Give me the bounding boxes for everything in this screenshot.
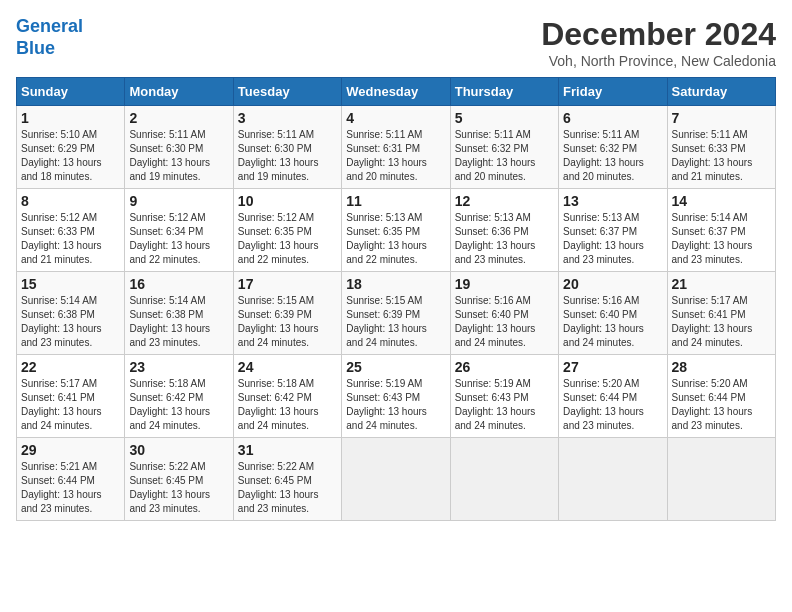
weekday-header-row: SundayMondayTuesdayWednesdayThursdayFrid…	[17, 78, 776, 106]
calendar-day-cell: 14Sunrise: 5:14 AMSunset: 6:37 PMDayligh…	[667, 189, 775, 272]
calendar-day-cell: 21Sunrise: 5:17 AMSunset: 6:41 PMDayligh…	[667, 272, 775, 355]
calendar-day-cell: 15Sunrise: 5:14 AMSunset: 6:38 PMDayligh…	[17, 272, 125, 355]
calendar-day-cell: 28Sunrise: 5:20 AMSunset: 6:44 PMDayligh…	[667, 355, 775, 438]
logo-text: General Blue	[16, 16, 83, 59]
day-info: Sunrise: 5:12 AMSunset: 6:35 PMDaylight:…	[238, 211, 337, 267]
day-number: 8	[21, 193, 120, 209]
day-number: 26	[455, 359, 554, 375]
day-info: Sunrise: 5:22 AMSunset: 6:45 PMDaylight:…	[129, 460, 228, 516]
calendar-day-cell: 5Sunrise: 5:11 AMSunset: 6:32 PMDaylight…	[450, 106, 558, 189]
day-number: 13	[563, 193, 662, 209]
weekday-header: Friday	[559, 78, 667, 106]
calendar-day-cell: 4Sunrise: 5:11 AMSunset: 6:31 PMDaylight…	[342, 106, 450, 189]
day-info: Sunrise: 5:22 AMSunset: 6:45 PMDaylight:…	[238, 460, 337, 516]
day-info: Sunrise: 5:11 AMSunset: 6:30 PMDaylight:…	[129, 128, 228, 184]
calendar-day-cell: 10Sunrise: 5:12 AMSunset: 6:35 PMDayligh…	[233, 189, 341, 272]
weekday-header: Thursday	[450, 78, 558, 106]
day-number: 21	[672, 276, 771, 292]
calendar-day-cell: 9Sunrise: 5:12 AMSunset: 6:34 PMDaylight…	[125, 189, 233, 272]
calendar-week-row: 15Sunrise: 5:14 AMSunset: 6:38 PMDayligh…	[17, 272, 776, 355]
calendar-day-cell: 13Sunrise: 5:13 AMSunset: 6:37 PMDayligh…	[559, 189, 667, 272]
calendar-day-cell	[559, 438, 667, 521]
day-info: Sunrise: 5:10 AMSunset: 6:29 PMDaylight:…	[21, 128, 120, 184]
day-info: Sunrise: 5:13 AMSunset: 6:36 PMDaylight:…	[455, 211, 554, 267]
day-number: 9	[129, 193, 228, 209]
day-info: Sunrise: 5:12 AMSunset: 6:34 PMDaylight:…	[129, 211, 228, 267]
day-number: 31	[238, 442, 337, 458]
calendar-day-cell	[667, 438, 775, 521]
calendar-day-cell: 11Sunrise: 5:13 AMSunset: 6:35 PMDayligh…	[342, 189, 450, 272]
calendar-day-cell: 7Sunrise: 5:11 AMSunset: 6:33 PMDaylight…	[667, 106, 775, 189]
calendar-day-cell: 16Sunrise: 5:14 AMSunset: 6:38 PMDayligh…	[125, 272, 233, 355]
calendar-day-cell: 1Sunrise: 5:10 AMSunset: 6:29 PMDaylight…	[17, 106, 125, 189]
calendar-day-cell: 22Sunrise: 5:17 AMSunset: 6:41 PMDayligh…	[17, 355, 125, 438]
day-number: 3	[238, 110, 337, 126]
logo-line2: Blue	[16, 38, 55, 58]
day-info: Sunrise: 5:17 AMSunset: 6:41 PMDaylight:…	[672, 294, 771, 350]
day-number: 14	[672, 193, 771, 209]
calendar-day-cell: 25Sunrise: 5:19 AMSunset: 6:43 PMDayligh…	[342, 355, 450, 438]
day-info: Sunrise: 5:15 AMSunset: 6:39 PMDaylight:…	[238, 294, 337, 350]
calendar-table: SundayMondayTuesdayWednesdayThursdayFrid…	[16, 77, 776, 521]
day-info: Sunrise: 5:11 AMSunset: 6:31 PMDaylight:…	[346, 128, 445, 184]
calendar-day-cell: 3Sunrise: 5:11 AMSunset: 6:30 PMDaylight…	[233, 106, 341, 189]
calendar-day-cell: 17Sunrise: 5:15 AMSunset: 6:39 PMDayligh…	[233, 272, 341, 355]
day-info: Sunrise: 5:21 AMSunset: 6:44 PMDaylight:…	[21, 460, 120, 516]
day-number: 6	[563, 110, 662, 126]
calendar-week-row: 8Sunrise: 5:12 AMSunset: 6:33 PMDaylight…	[17, 189, 776, 272]
day-number: 20	[563, 276, 662, 292]
calendar-day-cell: 18Sunrise: 5:15 AMSunset: 6:39 PMDayligh…	[342, 272, 450, 355]
day-info: Sunrise: 5:17 AMSunset: 6:41 PMDaylight:…	[21, 377, 120, 433]
calendar-day-cell: 20Sunrise: 5:16 AMSunset: 6:40 PMDayligh…	[559, 272, 667, 355]
logo-line1: General	[16, 16, 83, 36]
day-number: 11	[346, 193, 445, 209]
calendar-day-cell: 29Sunrise: 5:21 AMSunset: 6:44 PMDayligh…	[17, 438, 125, 521]
day-number: 7	[672, 110, 771, 126]
month-title: December 2024	[541, 16, 776, 53]
day-number: 22	[21, 359, 120, 375]
day-info: Sunrise: 5:11 AMSunset: 6:32 PMDaylight:…	[455, 128, 554, 184]
day-info: Sunrise: 5:14 AMSunset: 6:38 PMDaylight:…	[21, 294, 120, 350]
calendar-week-row: 1Sunrise: 5:10 AMSunset: 6:29 PMDaylight…	[17, 106, 776, 189]
day-info: Sunrise: 5:13 AMSunset: 6:35 PMDaylight:…	[346, 211, 445, 267]
day-number: 19	[455, 276, 554, 292]
day-info: Sunrise: 5:11 AMSunset: 6:30 PMDaylight:…	[238, 128, 337, 184]
day-number: 25	[346, 359, 445, 375]
day-number: 12	[455, 193, 554, 209]
day-info: Sunrise: 5:12 AMSunset: 6:33 PMDaylight:…	[21, 211, 120, 267]
calendar-day-cell	[342, 438, 450, 521]
calendar-day-cell: 31Sunrise: 5:22 AMSunset: 6:45 PMDayligh…	[233, 438, 341, 521]
calendar-day-cell: 23Sunrise: 5:18 AMSunset: 6:42 PMDayligh…	[125, 355, 233, 438]
day-info: Sunrise: 5:15 AMSunset: 6:39 PMDaylight:…	[346, 294, 445, 350]
day-info: Sunrise: 5:18 AMSunset: 6:42 PMDaylight:…	[238, 377, 337, 433]
day-info: Sunrise: 5:16 AMSunset: 6:40 PMDaylight:…	[455, 294, 554, 350]
day-number: 30	[129, 442, 228, 458]
calendar-day-cell	[450, 438, 558, 521]
day-info: Sunrise: 5:19 AMSunset: 6:43 PMDaylight:…	[346, 377, 445, 433]
day-info: Sunrise: 5:13 AMSunset: 6:37 PMDaylight:…	[563, 211, 662, 267]
day-number: 10	[238, 193, 337, 209]
logo: General Blue	[16, 16, 83, 59]
day-number: 24	[238, 359, 337, 375]
day-info: Sunrise: 5:18 AMSunset: 6:42 PMDaylight:…	[129, 377, 228, 433]
day-info: Sunrise: 5:14 AMSunset: 6:38 PMDaylight:…	[129, 294, 228, 350]
day-info: Sunrise: 5:11 AMSunset: 6:33 PMDaylight:…	[672, 128, 771, 184]
day-info: Sunrise: 5:20 AMSunset: 6:44 PMDaylight:…	[672, 377, 771, 433]
calendar-day-cell: 8Sunrise: 5:12 AMSunset: 6:33 PMDaylight…	[17, 189, 125, 272]
day-info: Sunrise: 5:11 AMSunset: 6:32 PMDaylight:…	[563, 128, 662, 184]
calendar-week-row: 29Sunrise: 5:21 AMSunset: 6:44 PMDayligh…	[17, 438, 776, 521]
day-number: 18	[346, 276, 445, 292]
calendar-day-cell: 24Sunrise: 5:18 AMSunset: 6:42 PMDayligh…	[233, 355, 341, 438]
day-number: 4	[346, 110, 445, 126]
calendar-day-cell: 26Sunrise: 5:19 AMSunset: 6:43 PMDayligh…	[450, 355, 558, 438]
title-area: December 2024 Voh, North Province, New C…	[541, 16, 776, 69]
day-number: 29	[21, 442, 120, 458]
calendar-day-cell: 30Sunrise: 5:22 AMSunset: 6:45 PMDayligh…	[125, 438, 233, 521]
weekday-header: Monday	[125, 78, 233, 106]
day-info: Sunrise: 5:16 AMSunset: 6:40 PMDaylight:…	[563, 294, 662, 350]
day-info: Sunrise: 5:19 AMSunset: 6:43 PMDaylight:…	[455, 377, 554, 433]
day-number: 5	[455, 110, 554, 126]
day-number: 1	[21, 110, 120, 126]
location-title: Voh, North Province, New Caledonia	[541, 53, 776, 69]
day-info: Sunrise: 5:20 AMSunset: 6:44 PMDaylight:…	[563, 377, 662, 433]
